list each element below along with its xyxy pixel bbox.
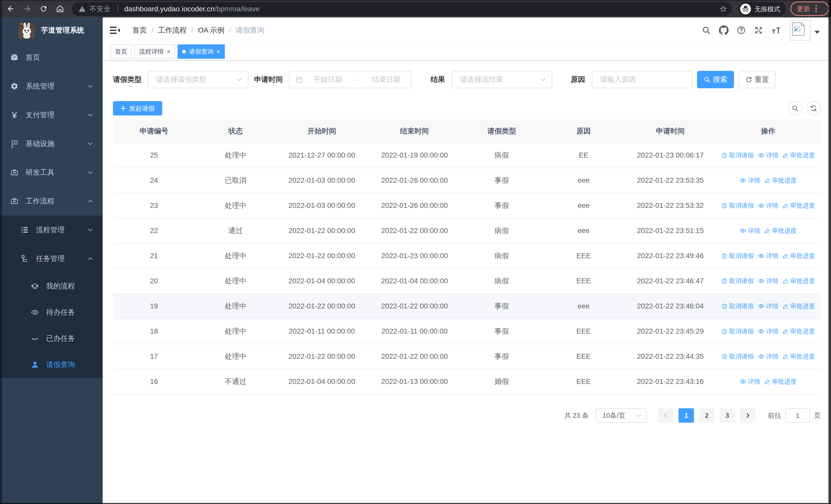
close-icon[interactable]: ×: [217, 49, 220, 55]
tag-leave-query[interactable]: 请假查询 ×: [178, 45, 225, 59]
approval-progress-link[interactable]: 审批进度: [782, 302, 815, 310]
table-row[interactable]: 20 处理中 2022-01-04 00:00:00 2022-01-04 00…: [113, 268, 821, 294]
sidebar-logo[interactable]: 芋道管理系统: [0, 18, 103, 43]
update-label[interactable]: 更新: [797, 4, 810, 13]
page-size-select[interactable]: 10条/页: [596, 408, 647, 423]
cancel-leave-link[interactable]: 取消请假: [721, 352, 754, 360]
page-button-2[interactable]: 2: [699, 408, 715, 423]
detail-link[interactable]: 详情: [740, 227, 760, 235]
header-search-icon[interactable]: [697, 18, 715, 43]
not-secure-warning-icon: [79, 5, 86, 12]
next-page-button[interactable]: [740, 408, 755, 423]
refresh-table-button[interactable]: [806, 101, 821, 116]
detail-link[interactable]: 详情: [758, 151, 778, 159]
sidebar-item-todo-tasks[interactable]: 待办任务: [0, 299, 103, 325]
show-search-toggle-button[interactable]: [788, 101, 802, 116]
search-button[interactable]: 搜索: [697, 71, 734, 88]
sidebar-item-done-tasks[interactable]: 已办任务: [0, 325, 103, 352]
reason-input[interactable]: 请输入原因: [592, 71, 692, 88]
approval-progress-link[interactable]: 审批进度: [764, 176, 797, 184]
table-row[interactable]: 22 通过 2022-01-22 00:00:00 2022-01-22 00:…: [113, 218, 821, 243]
browser-reload-button[interactable]: [39, 4, 48, 13]
help-icon[interactable]: [733, 18, 750, 43]
page-button-3[interactable]: 3: [720, 408, 735, 423]
prev-page-button[interactable]: [658, 408, 674, 423]
cancel-leave-link[interactable]: 取消请假: [721, 327, 754, 335]
breadcrumb-oa[interactable]: OA 示例: [198, 25, 225, 35]
sidebar-item-home[interactable]: 首页: [0, 43, 103, 72]
sidebar-item-devtools[interactable]: 研发工具: [0, 158, 103, 187]
sidebar-item-infra[interactable]: 基础设施: [0, 129, 103, 158]
eye-icon: [740, 378, 746, 385]
font-size-icon[interactable]: [767, 18, 785, 43]
start-date-placeholder[interactable]: 开始日期: [303, 75, 353, 84]
sidebar-item-task-mgmt[interactable]: 任务管理: [0, 244, 103, 273]
cancel-leave-link[interactable]: 取消请假: [721, 151, 754, 159]
github-icon[interactable]: [715, 18, 733, 43]
cancel-leave-link[interactable]: 取消请假: [721, 252, 754, 260]
detail-link[interactable]: 详情: [758, 252, 778, 260]
detail-link[interactable]: 详情: [758, 327, 778, 335]
end-date-placeholder[interactable]: 结束日期: [361, 75, 411, 84]
url-host[interactable]: dashboard.yudao.iocoder.cn: [124, 5, 214, 13]
apply-time-range-picker[interactable]: 开始日期 - 结束日期: [289, 71, 412, 88]
approval-progress-link[interactable]: 审批进度: [764, 378, 797, 386]
table-row[interactable]: 16 不通过 2022-01-04 00:00:00 2022-01-13 00…: [113, 369, 821, 394]
approval-progress-link[interactable]: 审批进度: [782, 352, 815, 360]
sidebar-item-workflow[interactable]: 工作流程: [0, 187, 103, 215]
cancel-leave-link[interactable]: 取消请假: [721, 202, 754, 210]
table-row[interactable]: 21 处理中 2022-01-22 00:00:00 2022-01-23 00…: [113, 243, 821, 268]
leave-type-select[interactable]: 请选择请假类型: [148, 71, 249, 88]
detail-link[interactable]: 详情: [740, 378, 760, 386]
tag-home[interactable]: 首页: [110, 45, 132, 59]
address-bar[interactable]: 不安全 dashboard.yudao.iocoder.cn/bpm/oa/le…: [72, 2, 732, 16]
tag-process-detail[interactable]: 流程详情 ×: [135, 45, 175, 59]
browser-back-button[interactable]: [6, 4, 16, 13]
user-avatar[interactable]: [785, 18, 820, 43]
browser-update-button[interactable]: 更新: [791, 2, 829, 16]
table-row[interactable]: 24 已取消 2022-01-03 00:00:00 2022-01-26 00…: [113, 168, 821, 193]
approval-progress-link[interactable]: 审批进度: [782, 277, 815, 285]
goto-page-input[interactable]: 1: [785, 408, 810, 423]
tags-view-bar: 首页 流程详情 × 请假查询 ×: [103, 43, 831, 61]
sidebar-toggle-hamburger-icon[interactable]: [110, 25, 120, 35]
sidebar-item-leave-query[interactable]: 请假查询: [0, 352, 103, 378]
detail-link[interactable]: 详情: [758, 202, 778, 210]
close-icon[interactable]: ×: [167, 49, 170, 55]
sidebar-item-process-mgmt[interactable]: 流程管理: [0, 215, 103, 244]
reset-button[interactable]: 重置: [739, 71, 776, 88]
bookmark-star-icon[interactable]: [719, 5, 727, 13]
detail-link[interactable]: 详情: [758, 302, 778, 310]
fullscreen-icon[interactable]: [750, 18, 767, 43]
broken-avatar-image: [790, 20, 810, 40]
approval-progress-link[interactable]: 审批进度: [782, 327, 815, 335]
sidebar-item-my-process[interactable]: 我的流程: [0, 273, 103, 299]
url-path[interactable]: /bpm/oa/leave: [214, 5, 260, 13]
breadcrumb-workflow[interactable]: 工作流程: [158, 25, 187, 35]
table-row[interactable]: 25 处理中 2021-12-27 00:00:00 2022-01-19 00…: [113, 143, 821, 168]
detail-link[interactable]: 详情: [758, 352, 778, 360]
detail-link[interactable]: 详情: [758, 277, 778, 285]
approval-progress-link[interactable]: 审批进度: [764, 227, 797, 235]
approval-progress-link[interactable]: 审批进度: [782, 252, 815, 260]
detail-link[interactable]: 详情: [740, 176, 760, 184]
result-select[interactable]: 请选择流结果: [452, 71, 552, 88]
browser-forward-button[interactable]: [23, 4, 32, 13]
approval-progress-link[interactable]: 审批进度: [782, 151, 815, 159]
cell-reason: eee: [542, 168, 625, 193]
sidebar-item-payment[interactable]: 支付管理: [0, 100, 103, 129]
table-row[interactable]: 19 处理中 2022-01-22 00:00:00 2022-01-22 00…: [113, 294, 821, 319]
table-row[interactable]: 23 处理中 2022-01-03 00:00:00 2022-01-26 00…: [113, 193, 821, 218]
create-leave-button[interactable]: 发起请假: [113, 101, 162, 116]
sidebar-item-system[interactable]: 系统管理: [0, 72, 103, 100]
approval-progress-link[interactable]: 审批进度: [782, 202, 815, 210]
breadcrumb-home[interactable]: 首页: [133, 25, 147, 35]
table-row[interactable]: 18 处理中 2022-01-11 00:00:00 2022-01-11 00…: [113, 319, 821, 344]
cancel-leave-link[interactable]: 取消请假: [721, 302, 754, 310]
not-secure-label[interactable]: 不安全: [89, 4, 111, 13]
table-row[interactable]: 17 处理中 2022-01-22 00:00:00 2022-01-22 00…: [113, 344, 821, 369]
page-button-1[interactable]: 1: [679, 408, 694, 423]
cancel-leave-link[interactable]: 取消请假: [721, 277, 754, 285]
browser-menu-kebab-icon[interactable]: [815, 5, 817, 12]
browser-home-button[interactable]: [55, 4, 65, 13]
